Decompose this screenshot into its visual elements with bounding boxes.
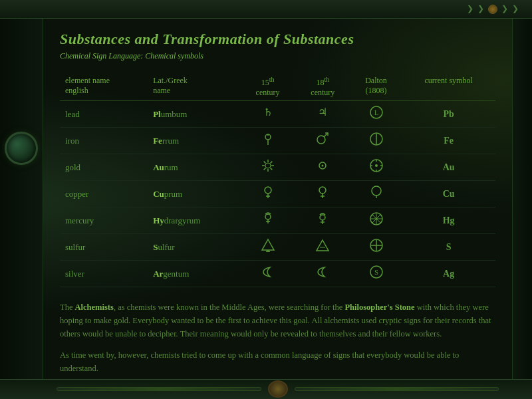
svg-line-19 (270, 162, 272, 164)
table-row: mercury Hydrargyrum Hg (60, 207, 495, 234)
current-symbol-cell: Cu (402, 181, 495, 207)
symbol-18th-cell (295, 181, 350, 207)
main-content: Substances and Transformation of Substan… (43, 19, 512, 379)
chevron-icon: ❯ (467, 4, 473, 14)
symbol-15th-cell (240, 234, 295, 261)
symbol-18th-cell (295, 154, 350, 181)
svg-text:L: L (374, 109, 378, 116)
table-row: lead Plumbum ♄ ♃ L Pb (60, 101, 495, 128)
table-row: copper Cuprum Cu (60, 181, 495, 207)
current-symbol-cell: Hg (402, 207, 495, 234)
table-row: gold Aurum Au (60, 154, 495, 181)
current-symbol-cell: Pb (402, 101, 495, 128)
snake-deco-left (57, 387, 261, 391)
symbol-15th-cell (240, 261, 295, 287)
element-name-cell: iron (60, 128, 148, 154)
chevron-icon-2: ❯ (477, 4, 484, 14)
subtitle-label: Chemical Sign Language: (60, 51, 143, 61)
symbol-18th-cell (295, 261, 350, 287)
svg-point-39 (320, 215, 325, 220)
chevron-icon-3: ❯ (501, 4, 508, 14)
current-symbol-cell: Au (402, 154, 495, 181)
gear-circle (268, 380, 288, 398)
svg-point-23 (375, 164, 378, 167)
latin-name-cell: Plumbum (148, 101, 240, 128)
col-header-latin: Lat./Greekname (148, 73, 240, 101)
latin-highlight: Hy (153, 215, 164, 225)
dalton-symbol-cell (350, 234, 402, 261)
col-header-dalton: Dalton(1808) (350, 73, 402, 101)
bottom-bar (0, 379, 532, 399)
table-row: iron Ferrum Fe (60, 128, 495, 154)
table-row: silver Argentum S Ag (60, 261, 495, 287)
latin-name-cell: Argentum (148, 261, 240, 287)
col-header-18th: 18thcentury (295, 73, 350, 101)
svg-point-21 (322, 165, 324, 167)
right-decoration (512, 19, 532, 379)
svg-text:♄: ♄ (263, 106, 273, 118)
description-paragraph-2: As time went by, however, chemists tried… (60, 348, 495, 375)
svg-line-13 (270, 168, 272, 170)
svg-text:♃: ♃ (318, 106, 327, 118)
latin-name-cell: Aurum (148, 154, 240, 181)
svg-line-8 (324, 133, 328, 137)
current-symbol-cell: Ag (402, 261, 495, 287)
svg-point-34 (372, 186, 381, 196)
gem-decoration (488, 5, 497, 14)
svg-point-11 (265, 163, 271, 168)
latin-highlight: Au (153, 162, 164, 172)
dalton-symbol-cell (350, 154, 402, 181)
lens-decoration (5, 132, 38, 165)
symbol-18th-cell (295, 128, 350, 154)
top-bar: ❯ ❯ ❯ ❯ (0, 0, 532, 19)
chevron-icon-4: ❯ (512, 4, 519, 14)
svg-point-28 (265, 187, 271, 194)
latin-name-cell: Hydrargyrum (148, 207, 240, 234)
description-block: The Alchemists, as chemists were known i… (60, 301, 495, 375)
latin-highlight: Pl (153, 109, 161, 119)
symbol-15th-cell: ♄ (240, 101, 295, 128)
snake-deco-right (295, 387, 499, 391)
svg-point-36 (265, 214, 271, 219)
latin-name-cell: Sulfur (148, 234, 240, 261)
col-header-element: element nameenglish (60, 73, 148, 101)
subtitle-value: Chemical symbols (145, 51, 203, 61)
symbol-15th-cell (240, 154, 295, 181)
svg-line-15 (263, 168, 265, 170)
dalton-symbol-cell (350, 181, 402, 207)
latin-highlight: Cu (153, 189, 164, 199)
philosophers-stone-bold: Philosopher's Stone (344, 303, 414, 312)
subtitle: Chemical Sign Language: Chemical symbols (60, 51, 495, 61)
dalton-symbol-cell (350, 207, 402, 234)
table-row: sulfur Sulfur S (60, 234, 495, 261)
col-header-current: current symbol (402, 73, 495, 101)
element-name-cell: silver (60, 261, 148, 287)
latin-highlight: S (153, 242, 158, 252)
dalton-symbol-cell (350, 128, 402, 154)
table-header-row: element nameenglish Lat./Greekname 15thc… (60, 73, 495, 101)
table-container: element nameenglish Lat./Greekname 15thc… (60, 73, 495, 287)
svg-line-17 (263, 162, 265, 164)
latin-highlight: Ar (153, 269, 163, 279)
bottom-decoration (47, 380, 509, 398)
symbol-15th-cell (240, 207, 295, 234)
symbol-18th-cell: ♃ (295, 101, 350, 128)
col-header-15th: 15thcentury (240, 73, 295, 101)
element-name-cell: mercury (60, 207, 148, 234)
symbol-15th-cell (240, 181, 295, 207)
left-decoration (0, 19, 43, 379)
dalton-symbol-cell: S (350, 261, 402, 287)
symbol-18th-cell (295, 207, 350, 234)
alchemists-bold: Alchemists (75, 303, 114, 312)
current-symbol-cell: Fe (402, 128, 495, 154)
element-name-cell: copper (60, 181, 148, 207)
current-symbol-cell: S (402, 234, 495, 261)
svg-point-31 (319, 187, 326, 194)
latin-name-cell: Cuprum (148, 181, 240, 207)
description-paragraph-1: The Alchemists, as chemists were known i… (60, 301, 495, 340)
element-name-cell: sulfur (60, 234, 148, 261)
svg-text:S: S (374, 268, 378, 276)
page-title: Substances and Transformation of Substan… (60, 31, 495, 48)
top-bar-decoration: ❯ ❯ ❯ ❯ (467, 4, 519, 14)
element-name-cell: lead (60, 101, 148, 128)
